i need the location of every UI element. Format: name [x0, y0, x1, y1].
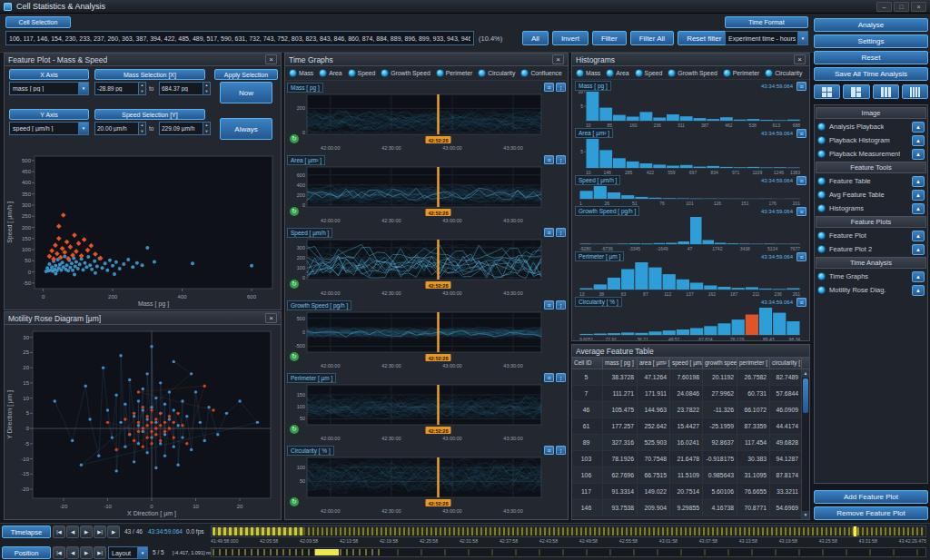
time-graph-chart[interactable]: 42:00:0042:30:0043:00:0043:30:00200042:5…	[285, 93, 568, 152]
graph-settings-icon[interactable]: ≡	[544, 155, 554, 164]
move-up-icon[interactable]: ▲	[912, 176, 925, 187]
feature-plot-panel-header[interactable]: Feature Plot - Mass & Speed ×	[5, 54, 281, 66]
column-header-circularity[interactable]: circularity [ % ]	[770, 358, 802, 368]
x-axis-select[interactable]: mass [ pg ] ▼	[9, 82, 89, 95]
sync-time-icon[interactable]: ↻	[290, 207, 299, 216]
layout-3-icon[interactable]	[873, 84, 899, 99]
column-header-speed-m-h[interactable]: speed [ µm/h ]	[670, 358, 703, 368]
toolbar-button-filter[interactable]: Filter	[592, 31, 627, 45]
histograms-toggle-mass[interactable]: Mass	[576, 69, 600, 77]
time-graph-chart[interactable]: 42:00:0042:30:0043:00:0043:30:005000-500…	[285, 310, 568, 370]
time-graphs-panel-header[interactable]: Time Graphs ×	[285, 54, 568, 66]
graph-fit-icon[interactable]: ↕	[556, 83, 566, 92]
histogram-settings-icon[interactable]: ≡	[796, 129, 806, 138]
time-graphs-toggle-growth-speed[interactable]: Growth Speed	[381, 69, 430, 77]
histograms-toggle-growth-speed[interactable]: Growth Speed	[668, 69, 717, 77]
time-graphs-toggle-confluence[interactable]: Confluence	[520, 69, 561, 77]
sidebar-button-remove-feature-plot[interactable]: Remove Feature Plot	[814, 506, 928, 520]
column-header-perimeter-m[interactable]: perimeter [ µm ]	[737, 358, 770, 368]
mass-to-spinner[interactable]: 684.37 pg ▲▼	[159, 82, 211, 95]
column-header-cell-id[interactable]: Cell ID	[572, 358, 603, 368]
histogram-settings-icon[interactable]: ≡	[796, 176, 806, 185]
move-up-icon[interactable]: ▲	[912, 231, 925, 241]
sync-time-icon[interactable]: ↻	[290, 497, 299, 506]
layout-2-icon[interactable]	[843, 84, 869, 99]
graph-fit-icon[interactable]: ↕	[556, 373, 566, 382]
histogram-chart[interactable]: 1265176101126151176201	[573, 185, 808, 206]
graph-settings-icon[interactable]: ≡	[544, 373, 554, 382]
time-format-select[interactable]: Experiment time - hours ▼	[725, 31, 808, 45]
histograms-toggle-area[interactable]: Area	[606, 69, 628, 77]
sidebar-item-playback-histogram[interactable]: Playback Histogram▲	[816, 133, 926, 147]
graph-fit-icon[interactable]: ↕	[556, 300, 566, 309]
time-graph-chart[interactable]: 42:00:0042:30:0043:00:0043:30:0030020010…	[285, 238, 568, 298]
table-scrollbar[interactable]: ▲ ▼	[801, 369, 809, 519]
move-up-icon[interactable]: ▲	[912, 135, 925, 146]
time-graph-chart[interactable]: 42:00:0042:30:0043:00:0043:30:0015010050…	[285, 383, 568, 443]
sidebar-button-settings[interactable]: Settings	[814, 34, 928, 48]
cell-selection-input[interactable]	[5, 31, 474, 45]
position-skip-end-button[interactable]: ▶|	[94, 546, 106, 559]
sidebar-button-save-all-time-analysis[interactable]: Save All Time Analysis	[814, 67, 928, 81]
scroll-up-icon[interactable]: ▲	[802, 369, 809, 378]
close-icon[interactable]: ×	[265, 313, 277, 323]
graph-fit-icon[interactable]: ↕	[556, 155, 566, 164]
timelapse-step-forward-button[interactable]: ▶	[80, 526, 93, 538]
time-graph-chart[interactable]: 42:00:0042:30:0043:00:0043:30:0060040020…	[285, 165, 568, 225]
column-header-area-m[interactable]: area [ µm² ]	[638, 358, 670, 368]
timelapse-skip-end-button[interactable]: ▶|	[94, 526, 106, 538]
table-row[interactable]: 14693.7538209.9049.298554.1673870.877154…	[572, 500, 801, 516]
timeline-playhead[interactable]	[854, 526, 856, 536]
histograms-toggle-perimeter[interactable]: Perimeter	[723, 69, 759, 77]
apply-always-button[interactable]: Always	[220, 118, 272, 140]
spinner-arrows-icon[interactable]: ▲▼	[138, 83, 145, 94]
histograms-toggle-circularity[interactable]: Circularity	[765, 69, 802, 77]
histogram-settings-icon[interactable]: ≡	[796, 298, 806, 307]
move-up-icon[interactable]: ▲	[912, 203, 925, 214]
close-icon[interactable]: ×	[794, 54, 806, 64]
time-graphs-toggle-area[interactable]: Area	[319, 69, 341, 77]
time-graphs-toggle-perimeter[interactable]: Perimeter	[436, 69, 472, 77]
sidebar-item-feature-plot-2[interactable]: Feature Plot 2▲	[816, 242, 926, 256]
table-row[interactable]: 89327.316525.90316.024192.8637117.45449.…	[572, 435, 801, 451]
sidebar-button-analyse[interactable]: Analyse	[814, 18, 928, 32]
move-up-icon[interactable]: ▲	[912, 271, 925, 282]
speed-to-spinner[interactable]: 229.09 µm/h ▲▼	[159, 122, 211, 135]
histograms-panel-header[interactable]: Histograms ×	[572, 54, 809, 66]
histogram-settings-icon[interactable]: ≡	[796, 82, 806, 91]
sidebar-item-analysis-playback[interactable]: Analysis Playback▲	[816, 120, 926, 133]
graph-fit-icon[interactable]: ↕	[556, 228, 566, 237]
histogram-chart[interactable]: 1051085160236311387462538613688	[573, 91, 808, 128]
histogram-settings-icon[interactable]: ≡	[796, 207, 806, 216]
y-axis-select[interactable]: speed [ µm/h ] ▼	[9, 122, 89, 135]
motility-panel-header[interactable]: Motility Rose Diagram [µm] ×	[5, 312, 281, 325]
sidebar-item-time-graphs[interactable]: Time Graphs▲	[816, 270, 926, 283]
time-graphs-toggle-circularity[interactable]: Circularity	[478, 69, 515, 77]
toolbar-button-reset-filter[interactable]: Reset filter	[678, 31, 730, 45]
graph-settings-icon[interactable]: ≡	[544, 446, 554, 455]
move-up-icon[interactable]: ▲	[912, 285, 925, 296]
timelapse-step-back-button[interactable]: ◀	[66, 526, 79, 538]
histogram-settings-icon[interactable]: ≡	[796, 252, 806, 261]
sync-time-icon[interactable]: ↻	[290, 425, 299, 434]
table-row[interactable]: 46105.475144.96323.7822-11.32666.107246.…	[572, 402, 801, 418]
move-up-icon[interactable]: ▲	[912, 149, 925, 160]
column-header-mass-pg[interactable]: mass [ pg ]	[603, 358, 638, 368]
table-row[interactable]: 61177.257252.64215.4427-25.195987.335944…	[572, 418, 801, 435]
graph-settings-icon[interactable]: ≡	[544, 83, 554, 92]
graph-fit-icon[interactable]: ↕	[556, 446, 566, 455]
sync-time-icon[interactable]: ↻	[290, 134, 299, 143]
sidebar-item-avg-feature-table[interactable]: Avg Feature Table▲	[816, 188, 926, 201]
position-step-back-button[interactable]: ◀	[66, 546, 79, 559]
move-up-icon[interactable]: ▲	[912, 190, 925, 201]
minimize-icon[interactable]: –	[876, 2, 892, 12]
timelapse-skip-start-button[interactable]: |◀	[53, 526, 65, 538]
sidebar-item-playback-measurement[interactable]: Playback Measurement▲	[816, 147, 926, 161]
table-row[interactable]: 538.372847.12647.6019820.119226.758282.7…	[572, 369, 801, 386]
sync-time-icon[interactable]: ↻	[290, 280, 299, 289]
table-row[interactable]: 10378.192670.754821.6478-0.91817530.3839…	[572, 451, 801, 467]
toolbar-button-invert[interactable]: Invert	[552, 31, 589, 45]
close-icon[interactable]: ×	[911, 2, 926, 12]
table-row[interactable]: 7111.271171.91124.084627.996260.73157.68…	[572, 386, 801, 402]
table-row[interactable]: 10662.769666.751511.51090.98564331.10958…	[572, 467, 801, 484]
